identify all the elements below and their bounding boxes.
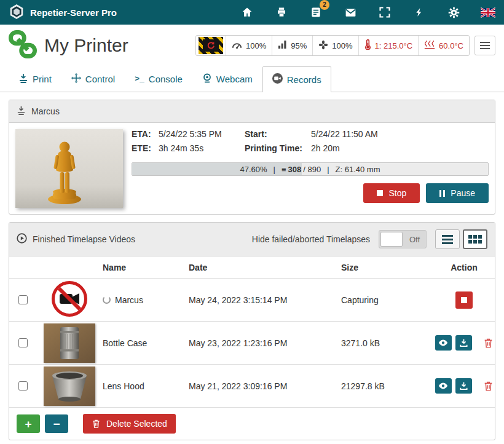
fan-value: 100% bbox=[332, 41, 352, 50]
mail-icon[interactable] bbox=[343, 5, 358, 20]
table-row: Bottle Case May 23, 2022 1:23:16 PM 3271… bbox=[9, 322, 495, 365]
tab-print[interactable]: Print bbox=[9, 66, 61, 92]
table-row: Lens Hood May 21, 2022 3:09:16 PM 21297.… bbox=[9, 365, 495, 408]
printer-list-icon[interactable]: 2 bbox=[309, 5, 323, 20]
tab-control[interactable]: Control bbox=[61, 66, 125, 92]
current-print-card: Marcus bbox=[9, 100, 495, 215]
timelapse-thumbnail[interactable] bbox=[36, 323, 103, 363]
hide-failed-toggle[interactable]: Off bbox=[379, 230, 427, 248]
timelapse-name-cell: Bottle Case bbox=[103, 338, 189, 348]
play-circle-icon bbox=[17, 233, 27, 245]
row-actions bbox=[433, 335, 495, 351]
separator: | bbox=[327, 165, 329, 174]
delete-video-button[interactable] bbox=[483, 381, 494, 392]
tab-console[interactable]: >_ Console bbox=[125, 66, 192, 92]
move-crosshair-icon bbox=[71, 73, 81, 85]
row-select-checkbox[interactable] bbox=[18, 338, 28, 347]
printer-header: My Printer bbox=[0, 25, 504, 65]
layer-total: / 890 bbox=[303, 165, 321, 174]
tab-records[interactable]: Records bbox=[262, 66, 331, 92]
home-icon[interactable] bbox=[240, 5, 254, 20]
speed-multiplier[interactable]: 100% bbox=[226, 36, 272, 55]
console-icon: >_ bbox=[135, 74, 144, 84]
select-all-button[interactable]: + bbox=[17, 414, 40, 433]
job-thumbnail-image bbox=[15, 129, 123, 208]
download-icon bbox=[459, 381, 468, 390]
printer-status-toolbar: 100% 95% 100% bbox=[195, 35, 495, 56]
list-view-button[interactable] bbox=[435, 229, 460, 249]
timelapse-name: Bottle Case bbox=[103, 338, 147, 348]
list-view-icon bbox=[442, 235, 453, 244]
pause-icon bbox=[439, 190, 445, 197]
printer-icon[interactable] bbox=[274, 5, 289, 20]
fan-speed[interactable]: 100% bbox=[312, 36, 358, 55]
bed-temp-value: 60.0°C bbox=[439, 41, 463, 50]
delete-selected-button[interactable]: Delete Selected bbox=[83, 414, 176, 434]
timelapse-name-cell: Marcus bbox=[103, 295, 189, 305]
job-info-line-1: ETA: 5/24/22 5:35 PM Start: 5/24/22 11:5… bbox=[132, 129, 489, 139]
page-title: My Printer bbox=[44, 35, 128, 56]
timelapse-header: Finished Timelapse Videos Hide failed/ab… bbox=[9, 223, 495, 256]
stop-icon bbox=[377, 190, 383, 196]
download-video-button[interactable] bbox=[455, 335, 472, 351]
trash-icon bbox=[483, 338, 494, 349]
row-select-checkbox[interactable] bbox=[18, 295, 28, 304]
timelapse-title-group: Finished Timelapse Videos bbox=[17, 233, 135, 245]
eye-icon bbox=[438, 382, 448, 390]
extruder-temperature[interactable]: 1: 215.0°C bbox=[358, 36, 419, 55]
tab-webcam[interactable]: Webcam bbox=[192, 66, 262, 92]
timelapse-name-cell: Lens Hood bbox=[103, 381, 189, 391]
minus-icon: − bbox=[53, 418, 60, 430]
webcam-disabled-button[interactable] bbox=[196, 36, 226, 55]
bed-temperature[interactable]: 60.0°C bbox=[418, 36, 469, 55]
print-job-body: ETA: 5/24/22 5:35 PM Start: 5/24/22 11:5… bbox=[9, 123, 495, 214]
webcam-icon bbox=[202, 73, 212, 85]
language-flag-uk-icon[interactable] bbox=[481, 5, 495, 20]
timelapse-date: May 24, 2022 3:15:14 PM bbox=[189, 295, 341, 305]
delete-video-button[interactable] bbox=[483, 338, 494, 349]
grid-view-button[interactable] bbox=[463, 229, 487, 249]
stop-button[interactable]: Stop bbox=[363, 183, 420, 203]
timelapse-thumbnail[interactable] bbox=[36, 367, 103, 406]
timelapse-date: May 21, 2022 3:09:16 PM bbox=[189, 381, 341, 391]
print-progress-bar: 47.60% | ≡ 308 / 890 | Z: 61.40 mm bbox=[132, 162, 489, 176]
hide-toggle-label: Hide failed/aborted Timelapses bbox=[252, 234, 370, 244]
view-video-button[interactable] bbox=[435, 335, 452, 351]
stop-label: Stop bbox=[388, 188, 406, 198]
timelapse-title: Finished Timelapse Videos bbox=[33, 234, 135, 244]
download-video-button[interactable] bbox=[455, 378, 472, 394]
printer-link-icon[interactable] bbox=[9, 30, 37, 61]
speed-gauge-icon bbox=[232, 40, 242, 51]
view-mode-buttons bbox=[435, 229, 487, 249]
layer-current: 308 bbox=[288, 165, 302, 174]
view-video-button[interactable] bbox=[435, 378, 452, 394]
timelapse-name: Marcus bbox=[115, 295, 143, 305]
table-row: Marcus May 24, 2022 3:15:14 PM Capturing bbox=[9, 279, 495, 322]
fullscreen-icon[interactable] bbox=[377, 5, 392, 20]
deselect-all-button[interactable]: − bbox=[45, 414, 68, 433]
navbar-icons: 2 bbox=[240, 5, 495, 20]
flow-multiplier[interactable]: 95% bbox=[272, 36, 312, 55]
row-select-checkbox[interactable] bbox=[18, 381, 28, 390]
speed-value: 100% bbox=[246, 41, 266, 50]
tab-bar: Print Control >_ Console Webcam bbox=[0, 66, 504, 92]
stop-icon bbox=[461, 297, 467, 303]
status-group: 100% 95% 100% bbox=[195, 35, 470, 56]
grid-view-icon bbox=[468, 235, 482, 244]
stop-capture-button[interactable] bbox=[455, 291, 473, 309]
hazard-stripe-frame bbox=[199, 37, 223, 54]
ete-label: ETE: bbox=[132, 143, 159, 153]
gear-icon[interactable] bbox=[446, 5, 461, 20]
progress-percent: 47.60% bbox=[240, 165, 267, 174]
thermometer-icon bbox=[364, 39, 371, 52]
row-actions bbox=[433, 291, 495, 309]
repetier-logo-icon bbox=[9, 4, 25, 22]
column-name: Name bbox=[103, 263, 189, 272]
hamburger-menu-button[interactable] bbox=[474, 36, 495, 55]
pause-button[interactable]: Pause bbox=[426, 183, 489, 203]
bolt-icon[interactable] bbox=[412, 5, 427, 20]
printing-time-value: 2h 20m bbox=[311, 143, 397, 153]
brand[interactable]: Repetier-Server Pro bbox=[9, 4, 117, 22]
timelapse-size: 3271.0 kB bbox=[341, 338, 433, 348]
delete-selected-label: Delete Selected bbox=[106, 419, 167, 429]
